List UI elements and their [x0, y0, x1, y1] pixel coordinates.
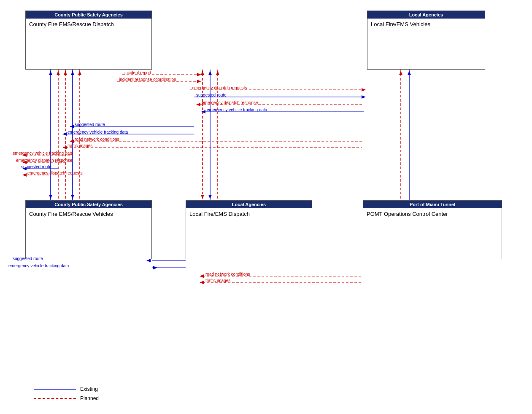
- label-emergency-dispatch-req-1: emergency dispatch requests: [192, 86, 247, 90]
- svg-marker-15: [201, 71, 204, 75]
- local-fire-dispatch-node: Local Agencies Local Fire/EMS Dispatch: [186, 200, 312, 259]
- svg-marker-39: [62, 132, 67, 136]
- svg-marker-6: [57, 71, 60, 75]
- county-fire-dispatch-node: County Public Safety Agencies County Fir…: [25, 11, 152, 70]
- svg-marker-25: [197, 73, 201, 76]
- label-evtd-1: emergency vehicle tracking data: [207, 108, 267, 112]
- label-evtd-3: emergency vehicle tracking data: [13, 151, 73, 156]
- label-traffic-images-1: traffic images: [68, 143, 92, 148]
- local-fire-dispatch-header: Local Agencies: [186, 201, 312, 208]
- label-traffic-images-2: traffic images: [205, 278, 230, 283]
- legend-existing: Existing: [34, 386, 99, 392]
- label-road-network-2: road network conditions: [205, 272, 250, 277]
- svg-marker-35: [201, 110, 205, 113]
- label-emergency-dispatch-resp-1: emergency dispatch response: [202, 100, 258, 105]
- label-edr-2: emergency dispatch response: [16, 158, 72, 163]
- svg-marker-18: [201, 195, 204, 199]
- county-fire-dispatch-header: County Public Safety Agencies: [26, 11, 151, 19]
- county-fire-vehicles-node: County Public Safety Agencies County Fir…: [25, 200, 152, 259]
- svg-marker-27: [197, 80, 201, 83]
- county-fire-vehicles-header: County Public Safety Agencies: [26, 201, 151, 208]
- pomt-node: Port of Miami Tunnel POMT Operations Con…: [363, 200, 502, 259]
- svg-marker-5: [49, 71, 52, 75]
- svg-marker-8: [71, 71, 74, 75]
- svg-marker-43: [62, 146, 67, 149]
- svg-marker-9: [78, 71, 81, 75]
- svg-marker-31: [362, 95, 366, 99]
- local-fire-vehicles-node: Local Agencies Local Fire/EMS Vehicles: [367, 11, 485, 70]
- svg-marker-55: [153, 266, 157, 269]
- diagram-container: County Public Safety Agencies County Fir…: [0, 0, 532, 414]
- label-suggested-route-1: suggested route: [196, 93, 227, 97]
- county-fire-dispatch-title: County Fire EMS/Rescue Dispatch: [26, 19, 151, 29]
- svg-marker-53: [146, 259, 151, 262]
- local-fire-vehicles-header: Local Agencies: [367, 11, 485, 19]
- svg-marker-10: [49, 195, 52, 199]
- label-suggested-route-4: suggested route: [13, 256, 43, 261]
- legend-existing-label: Existing: [80, 386, 98, 392]
- svg-marker-41: [70, 140, 74, 143]
- pomt-title: POMT Operations Control Center: [363, 208, 502, 219]
- legend: Existing Planned: [34, 386, 99, 401]
- svg-marker-51: [22, 173, 27, 177]
- svg-marker-33: [196, 103, 200, 106]
- legend-planned: Planned: [34, 395, 99, 401]
- local-fire-vehicles-title: Local Fire/EMS Vehicles: [367, 19, 485, 29]
- label-road-network-1: road network conditions: [75, 137, 119, 142]
- svg-marker-7: [64, 71, 67, 75]
- svg-marker-59: [200, 281, 204, 284]
- label-incident-report: incident report: [124, 70, 151, 75]
- svg-marker-22: [399, 71, 402, 75]
- svg-marker-57: [200, 274, 204, 278]
- svg-marker-11: [71, 195, 74, 199]
- label-suggested-route-3: suggested route: [21, 164, 51, 169]
- pomt-header: Port of Miami Tunnel: [363, 201, 502, 208]
- svg-marker-23: [408, 71, 411, 75]
- svg-marker-29: [362, 88, 366, 91]
- svg-marker-19: [208, 195, 212, 199]
- label-edr-req-2: emergency dispatch requests: [27, 171, 83, 175]
- label-suggested-route-2: suggested route: [75, 122, 105, 127]
- svg-marker-37: [70, 125, 74, 128]
- svg-marker-17: [216, 71, 219, 75]
- label-evtd-2: emergency vehicle tracking data: [68, 130, 128, 134]
- legend-planned-label: Planned: [80, 395, 99, 401]
- legend-existing-line: [34, 389, 76, 390]
- label-incident-response-coord: incident response coordination: [119, 77, 176, 82]
- legend-planned-line: [34, 398, 76, 399]
- local-fire-dispatch-title: Local Fire/EMS Dispatch: [186, 208, 312, 219]
- svg-marker-16: [208, 71, 212, 75]
- county-fire-vehicles-title: County Fire EMS/Rescue Vehicles: [26, 208, 151, 219]
- label-evtd-4: emergency vehicle tracking data: [8, 263, 69, 268]
